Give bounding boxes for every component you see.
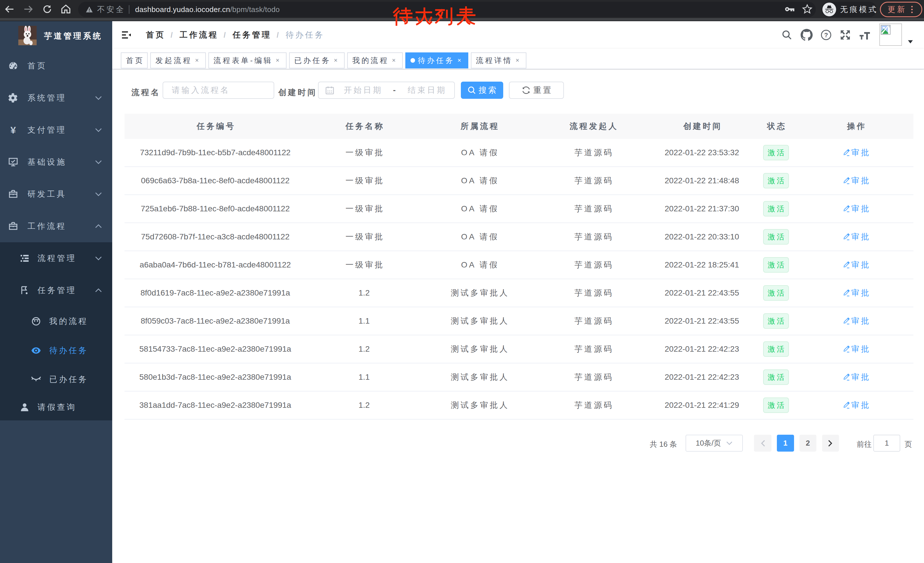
svg-text:?: ? (824, 32, 828, 39)
